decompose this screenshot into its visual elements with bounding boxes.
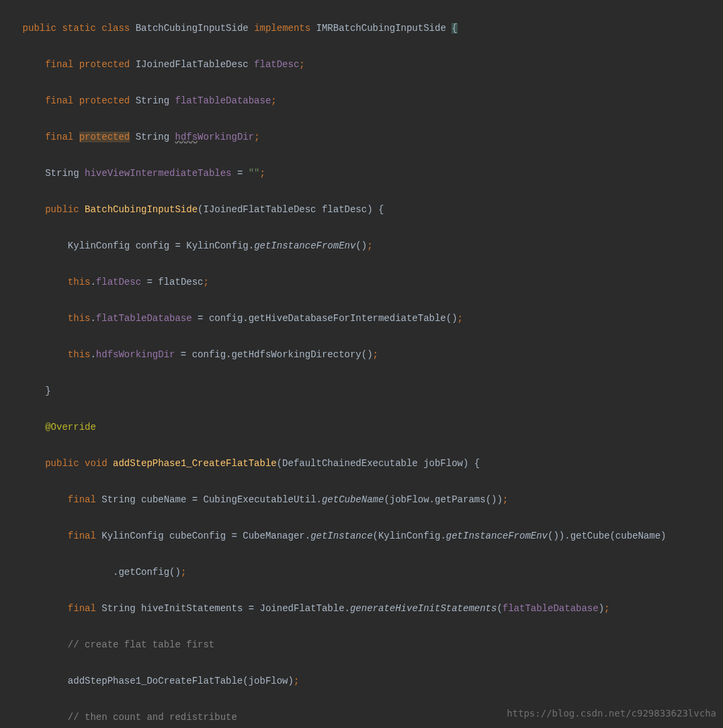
var: cubeName [141, 494, 186, 505]
type: DefaultChainedExecutable [282, 458, 418, 469]
keyword-implements: implements [254, 23, 310, 34]
semi: ; [458, 313, 463, 324]
method-call: getParams [435, 494, 486, 505]
field-flatDesc: flatDesc [254, 59, 299, 70]
type: IJoinedFlatTableDesc [203, 204, 316, 215]
keyword-final: final [68, 531, 96, 541]
keyword-public: public [23, 23, 56, 34]
method-call: addStepPhase1_DoCreateFlatTable [68, 676, 243, 686]
constructor: BatchCubingInputSide [85, 204, 198, 215]
semi: ; [373, 349, 378, 360]
keyword-this: this [68, 349, 91, 360]
type: JoinedFlatTable [260, 603, 345, 614]
watermark: https://blog.csdn.net/c929833623lvcha [507, 704, 716, 723]
method-call: generateHiveInitStatements [350, 603, 497, 614]
var: jobFlow [390, 494, 429, 505]
keyword-final: final [68, 603, 96, 614]
semi: ; [181, 567, 186, 578]
var: cubeConfig [169, 531, 226, 541]
class-name: BatchCubingInputSide [136, 23, 249, 34]
semi: ; [204, 277, 209, 287]
var: hiveInitStatements [141, 603, 243, 614]
semi: ; [604, 603, 609, 614]
semi: ; [254, 132, 259, 142]
type: String [136, 132, 169, 142]
keyword-final: final [45, 59, 73, 70]
type: IJoinedFlatTableDesc [136, 59, 249, 70]
keyword-final: final [68, 494, 96, 505]
field-workingdir: WorkingDir [198, 132, 254, 142]
field-ref: flatTableDatabase [503, 603, 599, 614]
keyword-protected-highlighted: protected [79, 132, 130, 142]
var: jobFlow [249, 676, 288, 686]
comment: // create flat table first [68, 639, 214, 650]
method-call: getHiveDatabaseForIntermediateTable [249, 313, 446, 324]
method-call: getCubeName [322, 494, 384, 505]
param: jobFlow [423, 458, 463, 469]
semi: ; [271, 95, 276, 106]
semi: ; [299, 59, 304, 70]
type: KylinConfig [101, 531, 163, 541]
field-hive: hiveViewIntermediateTables [85, 168, 231, 179]
type: String [45, 168, 79, 179]
field-ref: flatDesc [96, 277, 141, 287]
keyword-protected: protected [79, 95, 130, 106]
method-call: getCube [570, 531, 610, 541]
var: config [209, 313, 243, 324]
keyword-static: static [62, 23, 95, 34]
keyword-public: public [45, 204, 79, 215]
code-editor[interactable]: public static class BatchCubingInputSide… [0, 0, 723, 728]
method-call: getInstance [310, 531, 372, 541]
field-hdfs: hdfs [175, 132, 198, 142]
type: String [101, 494, 135, 505]
field-ref: hdfsWorkingDir [96, 349, 175, 360]
var: cubeName [615, 531, 661, 541]
var: flatDesc [158, 277, 203, 287]
method-call: getConfig [118, 567, 169, 578]
var: config [192, 349, 226, 360]
type: KylinConfig [378, 531, 440, 541]
method-call: getHdfsWorkingDirectory [232, 349, 362, 360]
type: KylinConfig [68, 240, 130, 251]
var: config [136, 240, 169, 251]
type: KylinConfig [186, 240, 248, 251]
semi: ; [367, 240, 372, 251]
method-call: getInstanceFromEnv [254, 240, 355, 251]
semi: ; [294, 676, 299, 686]
semi: ; [260, 168, 265, 179]
comment: // then count and redistribute [68, 712, 237, 723]
brace-open: { [452, 23, 457, 34]
type: String [101, 603, 135, 614]
field-flatTableDatabase: flatTableDatabase [175, 95, 271, 106]
field-ref: flatTableDatabase [96, 313, 192, 324]
string-empty: "" [249, 168, 260, 179]
keyword-this: this [68, 313, 91, 324]
keyword-void: void [85, 458, 108, 469]
interface-name: IMRBatchCubingInputSide [316, 23, 446, 34]
annotation-override: @Override [45, 422, 96, 433]
keyword-final: final [45, 132, 73, 142]
semi: ; [503, 494, 508, 505]
type: String [136, 95, 169, 106]
keyword-final: final [45, 95, 73, 106]
keyword-class: class [101, 23, 130, 34]
type: CubingExecutableUtil [204, 494, 316, 505]
keyword-public: public [45, 458, 79, 469]
method-addStep1: addStepPhase1_CreateFlatTable [113, 458, 277, 469]
method-call: getInstanceFromEnv [446, 531, 548, 541]
param: flatDesc [322, 204, 367, 215]
keyword-this: this [68, 277, 91, 287]
keyword-protected: protected [79, 59, 130, 70]
type: CubeManager [243, 531, 304, 541]
